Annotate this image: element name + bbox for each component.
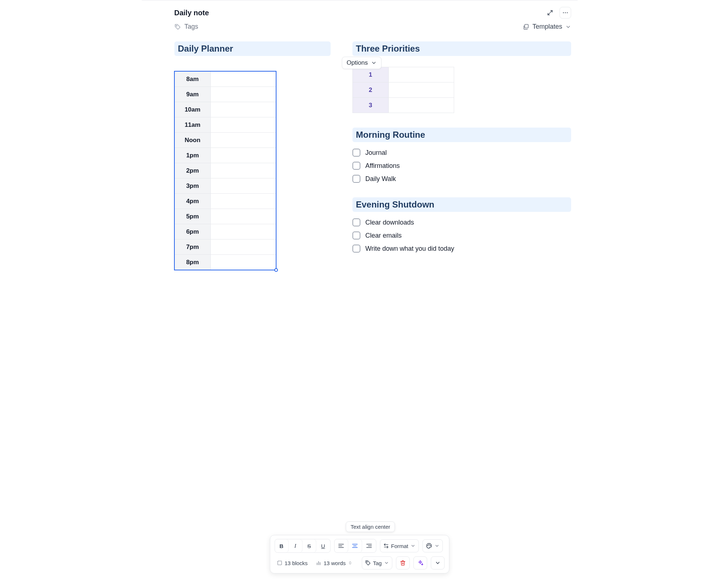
list-item: Clear downloads [352,218,571,226]
table-row: 1 [352,67,454,82]
planner-slot-cell[interactable] [211,148,276,163]
checkbox[interactable] [352,149,360,157]
planner-time-cell[interactable]: Noon [174,133,211,148]
planner-slot-cell[interactable] [211,133,276,148]
checklist-label[interactable]: Clear downloads [365,219,414,226]
checkbox[interactable] [352,231,360,239]
planner-slot-cell[interactable] [211,163,276,178]
chevron-down-icon [565,24,571,30]
templates-button[interactable]: Templates [523,23,571,31]
planner-time-cell[interactable]: 4pm [174,194,211,209]
planner-slot-cell[interactable] [211,178,276,194]
templates-label: Templates [532,23,562,31]
planner-slot-cell[interactable] [211,102,276,117]
table-row: 1pm [174,148,276,163]
checklist-label[interactable]: Write down what you did today [365,245,455,253]
checklist-label[interactable]: Clear emails [365,232,402,239]
planner-slot-cell[interactable] [211,72,276,87]
list-item: Affirmations [352,162,571,170]
table-row: 2 [352,82,454,98]
table-options-button[interactable]: Options [342,57,381,69]
planner-time-cell[interactable]: 7pm [174,239,211,255]
planner-slot-cell[interactable] [211,194,276,209]
evening-shutdown-list: Clear downloads Clear emails Write down … [352,218,571,253]
table-row: 6pm [174,224,276,239]
planner-time-cell[interactable]: 11am [174,117,211,133]
planner-slot-cell[interactable] [211,87,276,102]
selection-handle[interactable] [274,268,278,272]
priority-slot-cell[interactable] [389,82,454,98]
templates-icon [523,24,529,30]
tags-button[interactable]: Tags [174,23,198,31]
list-item: Daily Walk [352,175,571,183]
planner-slot-cell[interactable] [211,117,276,133]
checkbox[interactable] [352,162,360,170]
priority-slot-cell[interactable] [389,98,454,113]
three-priorities-heading[interactable]: Three Priorities [352,41,571,56]
table-row: 9am [174,87,276,102]
table-row: 8pm [174,255,276,270]
table-row: 5pm [174,209,276,224]
daily-planner-heading[interactable]: Daily Planner [174,41,331,56]
svg-rect-4 [525,24,529,28]
tag-icon [174,24,181,30]
planner-time-cell[interactable]: 2pm [174,163,211,178]
table-row: 3 [352,98,454,113]
planner-time-cell[interactable]: 6pm [174,224,211,239]
more-menu-button[interactable] [560,7,571,19]
priority-num-cell[interactable]: 2 [352,82,389,98]
priorities-table[interactable]: 1 2 3 [352,67,454,113]
planner-time-cell[interactable]: 1pm [174,148,211,163]
table-row: 8am [174,72,276,87]
list-item: Write down what you did today [352,245,571,253]
morning-routine-list: Journal Affirmations Daily Walk [352,149,571,183]
checkbox[interactable] [352,175,360,183]
planner-slot-cell[interactable] [211,255,276,270]
planner-slot-cell[interactable] [211,239,276,255]
planner-time-cell[interactable]: 8am [174,72,211,87]
priority-num-cell[interactable]: 3 [352,98,389,113]
table-row: 2pm [174,163,276,178]
planner-slot-cell[interactable] [211,224,276,239]
planner-time-cell[interactable]: 3pm [174,178,211,194]
list-item: Clear emails [352,231,571,239]
evening-shutdown-heading[interactable]: Evening Shutdown [352,197,571,212]
checklist-label[interactable]: Journal [365,149,387,157]
svg-point-3 [176,25,177,26]
planner-time-cell[interactable]: 10am [174,102,211,117]
priority-num-cell[interactable]: 1 [352,67,389,82]
priority-slot-cell[interactable] [389,67,454,82]
planner-time-cell[interactable]: 8pm [174,255,211,270]
table-row: 10am [174,102,276,117]
daily-planner-table[interactable]: 8am 9am 10am 11am Noon 1pm 2pm 3pm 4pm 5… [174,71,276,270]
svg-point-1 [565,12,565,13]
options-label: Options [347,59,368,67]
table-row: 4pm [174,194,276,209]
table-row: 7pm [174,239,276,255]
table-row: Noon [174,133,276,148]
planner-time-cell[interactable]: 5pm [174,209,211,224]
morning-routine-heading[interactable]: Morning Routine [352,128,571,142]
planner-time-cell[interactable]: 9am [174,87,211,102]
checkbox[interactable] [352,218,360,226]
table-row: 3pm [174,178,276,194]
svg-point-2 [567,12,567,13]
svg-point-0 [563,12,564,13]
list-item: Journal [352,149,571,157]
expand-icon[interactable] [544,7,556,19]
checklist-label[interactable]: Daily Walk [365,175,396,183]
tags-label: Tags [185,23,198,31]
planner-slot-cell[interactable] [211,209,276,224]
chevron-down-icon [371,60,377,66]
page-title[interactable]: Daily note [174,9,209,17]
checklist-label[interactable]: Affirmations [365,162,400,170]
table-row: 11am [174,117,276,133]
checkbox[interactable] [352,245,360,253]
